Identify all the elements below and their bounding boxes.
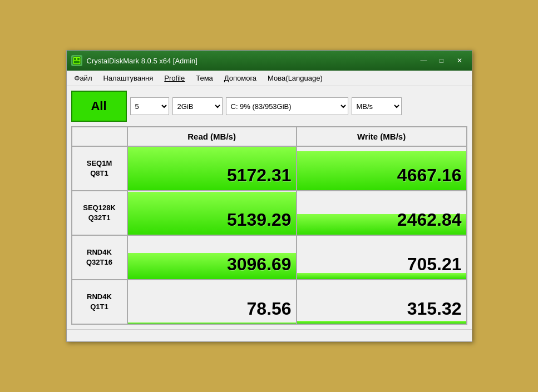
svg-rect-1 [74,61,80,63]
maximize-button[interactable]: □ [434,54,450,67]
read-cell-0: 5172.31 [127,146,297,191]
write-cell-3: 315.32 [297,280,467,324]
menu-profile[interactable]: Profile [160,72,189,84]
menu-language[interactable]: Мова(Language) [263,72,327,84]
close-button[interactable]: ✕ [452,54,467,67]
row-label-1: SEQ128KQ32T1 [72,191,127,235]
row-label-0: SEQ1MQ8T1 [72,146,127,191]
read-value-2: 3096.69 [227,254,292,275]
read-cell-3: 78.56 [127,280,297,324]
title-bar: CrystalDiskMark 8.0.5 x64 [Admin] — □ ✕ [67,51,472,71]
row-label-2: RND4KQ32T16 [72,235,127,280]
table-row: SEQ128KQ32T15139.292462.84 [72,191,467,235]
size-select[interactable]: 2GiB 1GiB 512MiB 4GiB [172,97,223,115]
write-value-0: 4667.16 [397,165,462,186]
window-title: CrystalDiskMark 8.0.5 x64 [Admin] [87,57,416,65]
write-cell-2: 705.21 [297,235,467,280]
minimize-button[interactable]: — [416,54,432,67]
label-header [72,127,127,146]
all-button[interactable]: All [71,91,127,122]
read-value-3: 78.56 [247,299,292,319]
row-label-3: RND4KQ1T1 [72,280,127,324]
table-row: RND4KQ32T163096.69705.21 [72,235,467,280]
drive-select[interactable]: C: 9% (83/953GiB) [226,97,348,115]
menu-settings[interactable]: Налаштування [98,72,157,84]
unit-select[interactable]: MB/s GB/s IOPS μs [352,97,402,115]
write-cell-0: 4667.16 [297,146,467,191]
main-content: All 5 1 3 9 2GiB 1GiB 512MiB 4GiB C: 9% … [67,86,472,329]
window-controls: — □ ✕ [416,54,467,67]
read-value-1: 5139.29 [227,210,292,230]
app-icon [71,55,82,66]
write-value-3: 315.32 [407,299,462,319]
menu-bar: Файл Налаштування Profile Тема Допомога … [67,71,472,86]
write-value-2: 705.21 [407,254,462,275]
svg-rect-3 [77,58,80,60]
write-header: Write (MB/s) [297,127,467,146]
write-value-1: 2462.84 [397,210,462,230]
benchmark-table: Read (MB/s) Write (MB/s) SEQ1MQ8T15172.3… [71,126,467,325]
write-cell-1: 2462.84 [297,191,467,235]
controls-row: All 5 1 3 9 2GiB 1GiB 512MiB 4GiB C: 9% … [71,91,467,122]
main-window: CrystalDiskMark 8.0.5 x64 [Admin] — □ ✕ … [66,50,472,342]
read-cell-2: 3096.69 [127,235,297,280]
table-row: SEQ1MQ8T15172.314667.16 [72,146,467,191]
read-value-0: 5172.31 [227,165,292,186]
svg-rect-2 [74,58,76,60]
menu-help[interactable]: Допомога [220,72,261,84]
read-header: Read (MB/s) [127,127,297,146]
read-cell-1: 5139.29 [127,191,297,235]
runs-select[interactable]: 5 1 3 9 [130,97,169,115]
menu-file[interactable]: Файл [70,72,97,84]
table-row: RND4KQ1T178.56315.32 [72,280,467,324]
status-bar [67,329,472,341]
menu-theme[interactable]: Тема [191,72,218,84]
